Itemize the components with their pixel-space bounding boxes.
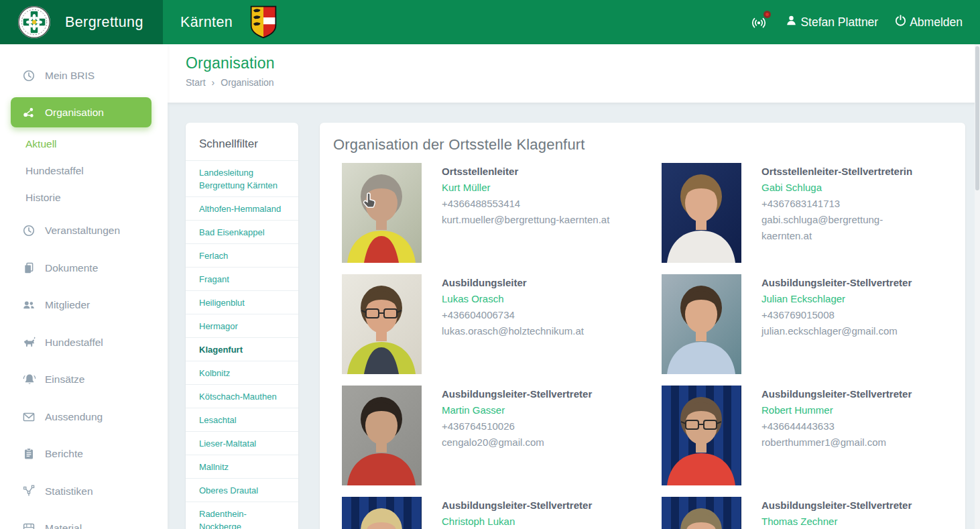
person-role: Ausbildungsleiter bbox=[442, 275, 613, 291]
filter-item-hermagor[interactable]: Hermagor bbox=[186, 314, 298, 338]
person-name-link[interactable]: Robert Hummer bbox=[761, 402, 932, 418]
sidebar-item-label: Statistiken bbox=[45, 485, 93, 497]
scrollbar-thumb[interactable] bbox=[975, 46, 979, 190]
brand-block: Bergrettung bbox=[0, 0, 163, 44]
filter-item-fragant[interactable]: Fragant bbox=[186, 268, 298, 291]
filter-item-kolbnitz[interactable]: Kolbnitz bbox=[186, 361, 298, 385]
sidebar-item-label: Organisation bbox=[45, 107, 104, 119]
sidebar-item-berichte[interactable]: Berichte bbox=[22, 446, 83, 462]
person-details: Ausbildungsleiter-StellvertreterJulian E… bbox=[761, 274, 932, 374]
person-photo[interactable] bbox=[662, 386, 741, 485]
sidebar-item-label: Dokumente bbox=[45, 262, 98, 274]
sidebar-item-label: Mitglieder bbox=[45, 299, 90, 311]
user-icon bbox=[785, 14, 798, 30]
person-name-link[interactable]: Christoph Lukan bbox=[442, 514, 613, 529]
sidebar-item-label: Berichte bbox=[45, 448, 83, 460]
sidebar-item-label: Aussendung bbox=[45, 411, 103, 423]
sidebar-item-mitglieder[interactable]: Mitglieder bbox=[22, 297, 90, 313]
person-name-link[interactable]: Thomas Zechner bbox=[761, 514, 932, 529]
logout-button[interactable]: Abmelden bbox=[894, 14, 963, 30]
person-name-link[interactable]: Gabi Schluga bbox=[761, 180, 932, 196]
person-details: Ausbildungsleiter-StellvertreterMartin G… bbox=[442, 386, 613, 485]
sidebar-item-material[interactable]: Material bbox=[22, 520, 82, 529]
sidebar-item-label: Aktuell bbox=[25, 138, 57, 150]
person-photo[interactable] bbox=[662, 274, 741, 374]
schnellfilter-panel: Schnellfilter Landesleitung Bergrettung … bbox=[186, 123, 298, 529]
sidebar-item-label: Historie bbox=[25, 192, 61, 204]
sidebar-item-veranstaltungen[interactable]: Veranstaltungen bbox=[22, 223, 120, 239]
person-email: kurt.mueller@bergrettung-kaernten.at bbox=[442, 212, 613, 228]
person-phone: +4367683141713 bbox=[761, 196, 932, 212]
sidebar-item-hundestaffel[interactable]: Hundestaffel bbox=[25, 164, 84, 178]
filter-item-mallnitz[interactable]: Mallnitz bbox=[186, 455, 298, 479]
sidebar-item-mein-bris[interactable]: Mein BRIS bbox=[22, 68, 95, 84]
sidebar-item-dokumente[interactable]: Dokumente bbox=[22, 260, 98, 276]
broadcast-icon[interactable] bbox=[749, 13, 769, 31]
filter-item-heiligenblut[interactable]: Heiligenblut bbox=[186, 291, 298, 314]
sidebar-item-eins-tze[interactable]: Einsätze bbox=[22, 371, 84, 388]
header-main: Kärnten Stefan Plattner Abmelden bbox=[163, 0, 980, 44]
person-photo[interactable] bbox=[662, 163, 741, 263]
person-photo[interactable] bbox=[342, 497, 422, 529]
person-details: Ortsstellenleiter-StellvertreterinGabi S… bbox=[761, 163, 932, 263]
truck-icon bbox=[22, 522, 36, 529]
person-role: Ortsstellenleiter-Stellvertreterin bbox=[761, 164, 932, 180]
user-name: Stefan Plattner bbox=[800, 15, 878, 30]
filter-item-k-tschach-mauthen[interactable]: Kötschach-Mauthen bbox=[186, 385, 298, 408]
person-card: OrtsstellenleiterKurt Müller+43664885534… bbox=[342, 163, 613, 263]
person-name-link[interactable]: Kurt Müller bbox=[442, 180, 613, 196]
sidebar-item-aktuell[interactable]: Aktuell bbox=[25, 137, 57, 152]
person-card: Ausbildungsleiter-StellvertreterChristop… bbox=[342, 497, 613, 529]
brand-title: Bergrettung bbox=[65, 14, 143, 31]
person-role: Ausbildungsleiter-Stellvertreter bbox=[761, 386, 932, 402]
power-icon bbox=[894, 14, 907, 30]
sidebar-item-organisation[interactable]: Organisation bbox=[11, 97, 151, 127]
bell-icon bbox=[22, 373, 36, 386]
user-menu[interactable]: Stefan Plattner bbox=[785, 14, 878, 30]
filter-item-bad-eisenkappel[interactable]: Bad Eisenkappel bbox=[186, 221, 298, 244]
filter-item-lieser-maltatal[interactable]: Lieser-Maltatal bbox=[186, 432, 298, 455]
clock-icon bbox=[22, 69, 36, 82]
filter-item-lesachtal[interactable]: Lesachtal bbox=[186, 408, 298, 432]
person-phone: +436769015008 bbox=[761, 307, 932, 323]
filter-item-radenthein-nockberge[interactable]: Radenthein-Nockberge bbox=[186, 502, 298, 529]
person-details: Ausbildungsleiter-StellvertreterThomas Z… bbox=[761, 497, 932, 529]
person-email: roberthummer1@gmail.com bbox=[761, 434, 932, 451]
sidebar-item-label: Hundestaffel bbox=[25, 165, 84, 177]
filter-item-oberes-drautal[interactable]: Oberes Drautal bbox=[186, 479, 298, 502]
sidebar-item-label: Einsätze bbox=[45, 373, 84, 386]
sidebar-item-hundestaffel[interactable]: Hundestaffel bbox=[22, 335, 103, 351]
sidebar-item-historie[interactable]: Historie bbox=[25, 190, 61, 205]
app-header: Bergrettung Kärnten Stefan Plattner Abme… bbox=[0, 0, 980, 44]
person-card: Ausbildungsleiter-StellvertreterMartin G… bbox=[342, 386, 613, 485]
person-details: Ausbildungsleiter-StellvertreterChristop… bbox=[442, 497, 613, 529]
person-photo[interactable] bbox=[342, 274, 422, 374]
person-name-link[interactable]: Martin Gasser bbox=[442, 402, 613, 418]
person-name-link[interactable]: Lukas Orasch bbox=[442, 291, 613, 307]
sidebar-item-statistiken[interactable]: Statistiken bbox=[22, 483, 93, 499]
person-role: Ortsstellenleiter bbox=[442, 164, 613, 180]
person-email: gabi.schluga@bergrettung-kaernten.at bbox=[761, 212, 932, 244]
sidebar-item-label: Hundestaffel bbox=[45, 337, 103, 349]
sidebar-item-aussendung[interactable]: Aussendung bbox=[22, 409, 103, 425]
person-photo[interactable] bbox=[662, 497, 741, 529]
page-title: Organisation bbox=[186, 54, 980, 72]
schnellfilter-list: Landesleitung Bergrettung KärntenAlthofe… bbox=[186, 161, 298, 529]
breadcrumb-separator: › bbox=[212, 77, 215, 88]
page-head: Organisation Start › Organisation bbox=[168, 44, 980, 103]
filter-item-althofen-hemmaland[interactable]: Althofen-Hemmaland bbox=[186, 197, 298, 221]
person-phone: +436604006734 bbox=[442, 307, 613, 323]
filter-item-ferlach[interactable]: Ferlach bbox=[186, 244, 298, 268]
person-photo[interactable] bbox=[342, 386, 422, 485]
person-phone: +436764510026 bbox=[442, 418, 613, 434]
person-name-link[interactable]: Julian Eckschlager bbox=[761, 291, 932, 307]
person-details: AusbildungsleiterLukas Orasch+4366040067… bbox=[442, 274, 613, 374]
kaernten-coat-of-arms-icon bbox=[250, 5, 277, 39]
sidebar: Mein BRISOrganisationAktuellHundestaffel… bbox=[0, 44, 168, 529]
person-photo[interactable] bbox=[342, 163, 422, 263]
filter-item-landesleitung-bergrettung-k-rnten[interactable]: Landesleitung Bergrettung Kärnten bbox=[186, 161, 298, 197]
filter-item-klagenfurt[interactable]: Klagenfurt bbox=[186, 338, 298, 361]
logout-label: Abmelden bbox=[910, 15, 963, 30]
breadcrumb-start-link[interactable]: Start bbox=[186, 77, 206, 88]
breadcrumb-current: Organisation bbox=[221, 77, 273, 88]
